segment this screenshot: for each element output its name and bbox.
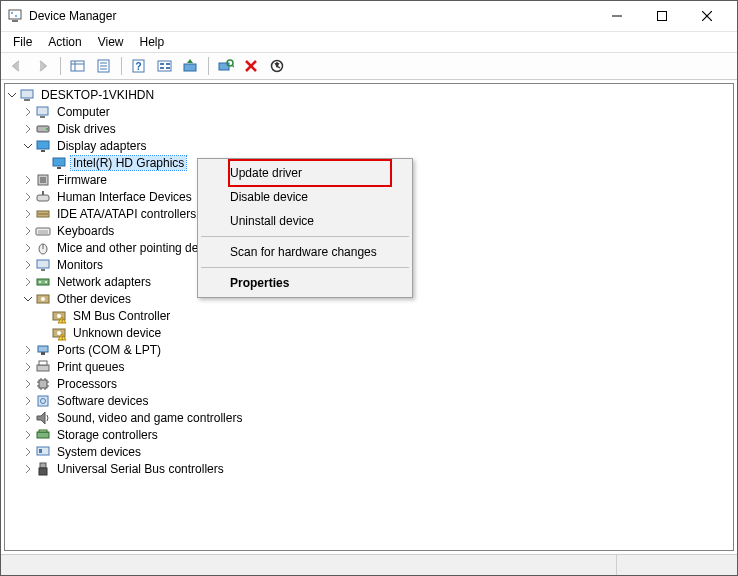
tree-category-proc[interactable]: Processors — [5, 375, 733, 392]
expand-icon[interactable] — [21, 343, 35, 357]
svg-rect-41 — [40, 177, 46, 183]
maximize-button[interactable] — [639, 2, 684, 30]
svg-rect-42 — [37, 195, 49, 201]
show-hide-tree-button[interactable] — [66, 54, 90, 78]
update-driver-button[interactable] — [179, 54, 203, 78]
svg-rect-30 — [21, 90, 33, 98]
disable-device-button[interactable] — [266, 54, 290, 78]
collapse-icon[interactable] — [5, 88, 19, 102]
usb-icon — [35, 461, 51, 477]
svg-rect-33 — [40, 116, 45, 118]
category-label: Sound, video and game controllers — [55, 411, 244, 425]
svg-rect-37 — [41, 150, 45, 152]
expand-icon[interactable] — [21, 224, 35, 238]
svg-rect-5 — [657, 12, 666, 21]
svg-point-35 — [46, 128, 48, 130]
scan-hardware-button[interactable] — [214, 54, 238, 78]
ide-icon — [35, 206, 51, 222]
svg-rect-19 — [160, 67, 164, 69]
expand-icon[interactable] — [21, 173, 35, 187]
expand-icon[interactable] — [21, 445, 35, 459]
context-uninstall-device[interactable]: Uninstall device — [200, 209, 410, 233]
help-button[interactable]: ? — [127, 54, 151, 78]
svg-rect-20 — [166, 63, 170, 65]
keyboards-icon — [35, 223, 51, 239]
tree-category-usb[interactable]: Universal Serial Bus controllers — [5, 460, 733, 477]
svg-rect-8 — [71, 61, 84, 71]
tree-category-system[interactable]: System devices — [5, 443, 733, 460]
menu-view[interactable]: View — [90, 33, 132, 51]
menu-help[interactable]: Help — [132, 33, 173, 51]
svg-text:!: ! — [61, 318, 63, 324]
svg-rect-51 — [37, 260, 49, 268]
category-label: System devices — [55, 445, 143, 459]
expand-icon[interactable] — [21, 258, 35, 272]
svg-marker-81 — [37, 412, 45, 424]
tree-category-printq[interactable]: Print queues — [5, 358, 733, 375]
svg-rect-87 — [39, 468, 47, 475]
tree-device-other-1[interactable]: !Unknown device — [5, 324, 733, 341]
menu-action[interactable]: Action — [40, 33, 89, 51]
svg-rect-56 — [37, 295, 49, 303]
context-scan-hardware[interactable]: Scan for hardware changes — [200, 240, 410, 264]
svg-rect-39 — [57, 167, 61, 169]
svg-rect-69 — [39, 361, 47, 365]
collapse-icon[interactable] — [21, 292, 35, 306]
device-label: SM Bus Controller — [71, 309, 172, 323]
root-label: DESKTOP-1VKIHDN — [39, 88, 156, 102]
context-properties[interactable]: Properties — [200, 271, 410, 295]
window-title: Device Manager — [29, 9, 116, 23]
expand-icon[interactable] — [21, 241, 35, 255]
category-label: Network adapters — [55, 275, 153, 289]
firmware-icon — [35, 172, 51, 188]
expand-icon[interactable] — [21, 122, 35, 136]
category-label: Human Interface Devices — [55, 190, 194, 204]
tree-category-computer[interactable]: Computer — [5, 103, 733, 120]
expand-icon[interactable] — [21, 275, 35, 289]
svg-rect-11 — [98, 60, 109, 72]
menu-file[interactable]: File — [5, 33, 40, 51]
display-icon — [35, 138, 51, 154]
expand-icon[interactable] — [21, 190, 35, 204]
svg-rect-86 — [40, 463, 46, 468]
app-icon — [7, 8, 23, 24]
device-tree-panel[interactable]: DESKTOP-1VKIHDN ComputerDisk drivesDispl… — [4, 83, 734, 551]
tree-category-sound[interactable]: Sound, video and game controllers — [5, 409, 733, 426]
titlebar: Device Manager — [1, 1, 737, 32]
forward-button[interactable] — [31, 54, 55, 78]
expand-icon[interactable] — [21, 360, 35, 374]
expand-icon[interactable] — [21, 462, 35, 476]
expand-icon[interactable] — [21, 394, 35, 408]
svg-line-6 — [702, 11, 712, 21]
sound-icon — [35, 410, 51, 426]
context-disable-device[interactable]: Disable device — [200, 185, 410, 209]
svg-rect-1 — [12, 20, 18, 22]
tree-root[interactable]: DESKTOP-1VKIHDN — [5, 86, 733, 103]
tree-category-softdev[interactable]: Software devices — [5, 392, 733, 409]
computer-icon — [35, 104, 51, 120]
svg-rect-58 — [53, 312, 65, 320]
context-update-driver[interactable]: Update driver — [228, 159, 392, 187]
svg-rect-52 — [41, 269, 45, 271]
collapse-icon[interactable] — [21, 139, 35, 153]
expand-icon[interactable] — [21, 428, 35, 442]
expand-icon[interactable] — [21, 207, 35, 221]
tree-category-disk[interactable]: Disk drives — [5, 120, 733, 137]
menubar: File Action View Help — [1, 32, 737, 53]
expand-icon[interactable] — [21, 411, 35, 425]
uninstall-device-button[interactable] — [240, 54, 264, 78]
close-button[interactable] — [684, 2, 729, 30]
expand-icon[interactable] — [21, 377, 35, 391]
svg-rect-85 — [39, 449, 42, 453]
svg-point-28 — [272, 61, 283, 72]
properties-button[interactable] — [92, 54, 116, 78]
expand-icon[interactable] — [21, 105, 35, 119]
minimize-button[interactable] — [594, 2, 639, 30]
action-button[interactable] — [153, 54, 177, 78]
tree-category-display[interactable]: Display adapters — [5, 137, 733, 154]
tree-device-other-0[interactable]: !SM Bus Controller — [5, 307, 733, 324]
tree-category-storage[interactable]: Storage controllers — [5, 426, 733, 443]
tree-category-ports[interactable]: Ports (COM & LPT) — [5, 341, 733, 358]
back-button[interactable] — [5, 54, 29, 78]
svg-rect-70 — [39, 380, 47, 388]
